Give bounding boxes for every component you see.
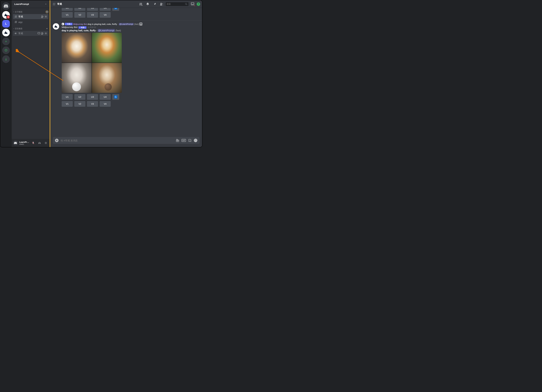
message-content: dog is playing ball, cute, fluffy - @Lea… xyxy=(62,29,200,32)
channel-aigc[interactable]: aigc xyxy=(13,19,48,25)
button-v2[interactable]: V2 xyxy=(74,12,85,18)
download-button[interactable] xyxy=(2,55,10,63)
message-composer: GIF xyxy=(53,137,200,144)
channel-general[interactable]: 常规 xyxy=(13,14,48,19)
help-button[interactable]: ? xyxy=(197,2,200,6)
notification-badge: 1 xyxy=(6,15,10,19)
svg-point-15 xyxy=(190,140,190,140)
button-v3[interactable]: V3 xyxy=(87,101,98,107)
gift-icon[interactable] xyxy=(176,139,179,142)
chevron-down-icon xyxy=(13,28,15,29)
inbox-button[interactable] xyxy=(190,2,195,6)
chevron-down-icon xyxy=(45,3,47,5)
mute-button[interactable] xyxy=(31,140,36,146)
server-learnprompt[interactable]: L xyxy=(2,20,10,27)
channel-topbar: 常规 ? xyxy=(50,0,202,8)
button-u2[interactable]: U2 xyxy=(74,8,85,11)
image-cell-4[interactable] xyxy=(92,63,122,93)
button-v4[interactable]: V4 xyxy=(100,101,111,107)
notifications-icon[interactable] xyxy=(146,2,150,6)
server-name: LearnPrompt xyxy=(14,3,29,5)
threads-icon[interactable] xyxy=(139,2,143,6)
svg-point-14 xyxy=(189,140,190,140)
reply-reference[interactable]: ✓ 机器人 Midjourney Bot dog is playing ball… xyxy=(62,23,200,26)
category-text[interactable]: 文字频道 + xyxy=(12,8,50,14)
gear-icon[interactable] xyxy=(45,32,47,35)
main-content: 常规 ? xyxy=(50,0,202,147)
message-author[interactable]: Midjourney Bot xyxy=(62,26,77,28)
inbox-dot xyxy=(194,5,195,6)
channel-sidebar: LearnPrompt 文字频道 + 常规 aigc 语音频道 xyxy=(12,0,50,147)
speaker-icon xyxy=(14,32,17,35)
hash-icon xyxy=(52,2,56,6)
message-input[interactable] xyxy=(61,139,173,142)
bot-tag: ✓ 机器人 xyxy=(65,23,73,25)
variation-row-2: V1 V2 V3 V4 xyxy=(62,101,200,107)
image-icon xyxy=(140,23,142,26)
svg-point-7 xyxy=(185,3,187,5)
bot-avatar[interactable] xyxy=(53,23,59,30)
gear-icon[interactable] xyxy=(45,15,47,18)
search-box[interactable] xyxy=(166,2,189,6)
sticker-icon[interactable] xyxy=(188,139,192,142)
category-voice[interactable]: 语音频道 + xyxy=(12,25,50,31)
button-reroll[interactable] xyxy=(112,94,119,100)
svg-rect-2 xyxy=(38,33,40,34)
invite-icon[interactable] xyxy=(41,15,44,18)
mention[interactable]: @LearnPrompt xyxy=(98,29,115,32)
image-cell-1[interactable] xyxy=(62,33,92,63)
pin-icon[interactable] xyxy=(153,2,157,6)
svg-point-1 xyxy=(46,16,46,17)
image-cell-2[interactable] xyxy=(92,33,122,63)
search-icon xyxy=(185,3,188,5)
button-u3[interactable]: U3 xyxy=(87,8,98,11)
server-midjourney-2[interactable] xyxy=(2,29,10,36)
deafen-button[interactable] xyxy=(37,140,42,146)
button-v1[interactable]: V1 xyxy=(62,101,73,107)
settings-button[interactable] xyxy=(43,140,48,146)
button-u1[interactable]: U1 xyxy=(62,8,73,11)
user-panel: LearnPro... #0401 xyxy=(12,139,50,147)
button-u3[interactable]: U3 xyxy=(87,94,98,100)
variation-row-1: V1 V2 V3 V4 xyxy=(62,12,200,18)
reply-author: Midjourney Bot xyxy=(73,23,87,25)
button-v2[interactable]: V2 xyxy=(74,101,85,107)
button-u4[interactable]: U4 xyxy=(100,8,111,11)
message-timestamp: 今天09:20 xyxy=(87,26,96,29)
hash-icon xyxy=(14,20,17,24)
svg-point-5 xyxy=(46,143,46,143)
attach-button[interactable] xyxy=(55,139,59,142)
members-icon[interactable] xyxy=(160,2,163,6)
image-cell-3[interactable] xyxy=(62,63,92,93)
button-v1[interactable]: V1 xyxy=(62,12,73,18)
button-v4[interactable]: V4 xyxy=(100,12,111,18)
add-voice-channel-button[interactable]: + xyxy=(46,27,48,30)
button-u2[interactable]: U2 xyxy=(74,94,85,100)
message-2: ✓ 机器人 Midjourney Bot dog is playing ball… xyxy=(50,22,202,107)
button-reroll[interactable] xyxy=(112,8,119,11)
search-input[interactable] xyxy=(167,3,184,5)
user-tag: #0401 xyxy=(19,143,29,145)
button-u1[interactable]: U1 xyxy=(62,94,73,100)
channel-title: 常规 xyxy=(57,3,62,5)
button-u4[interactable]: U4 xyxy=(100,94,111,100)
invite-icon[interactable] xyxy=(41,32,44,35)
upscale-row-1: U1 U2 U3 U4 xyxy=(62,8,200,11)
add-server-button[interactable] xyxy=(2,38,10,45)
server-midjourney-1[interactable]: 1 xyxy=(2,11,10,19)
message-list: U1 U2 U3 U4 V1 V2 V3 V4 xyxy=(50,8,202,137)
home-button[interactable] xyxy=(2,2,10,10)
button-v3[interactable]: V3 xyxy=(87,12,98,18)
chat-icon[interactable] xyxy=(38,32,40,35)
add-text-channel-button[interactable]: + xyxy=(46,11,48,13)
emoji-button[interactable] xyxy=(194,139,197,142)
gif-button[interactable]: GIF xyxy=(182,139,186,142)
user-name: LearnPro... xyxy=(19,141,29,143)
reply-text: dog is playing ball, cute, fluffy xyxy=(88,23,117,25)
image-grid-2[interactable] xyxy=(62,33,122,93)
user-avatar[interactable] xyxy=(13,140,18,146)
voice-channel-general[interactable]: 常规 xyxy=(13,31,48,36)
explore-button[interactable] xyxy=(2,46,10,54)
server-header[interactable]: LearnPrompt xyxy=(12,0,50,8)
svg-point-11 xyxy=(141,24,141,24)
